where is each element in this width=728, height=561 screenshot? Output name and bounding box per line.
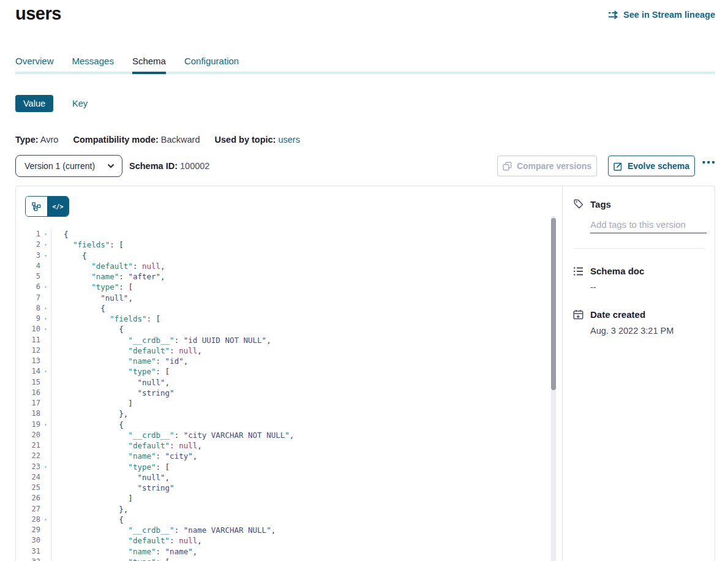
- line-number: 27: [16, 504, 40, 514]
- code-line: 12 "default": null,: [16, 345, 550, 356]
- line-number: 21: [16, 440, 40, 451]
- evolve-schema-label: Evolve schema: [628, 161, 689, 171]
- compare-versions-button[interactable]: Compare versions: [497, 156, 597, 176]
- fold-spacer: [40, 493, 51, 503]
- line-number: 9: [16, 314, 40, 324]
- line-number: 11: [16, 335, 40, 345]
- code-text: "__crdb__": "city VARCHAR NOT NULL",: [51, 430, 294, 440]
- editor-scrollbar-thumb[interactable]: [551, 218, 556, 390]
- code-line: 24 "null",: [16, 472, 550, 483]
- fold-arrow-icon[interactable]: ▾: [40, 324, 51, 334]
- code-text: "__crdb__": "name VARCHAR NULL",: [51, 525, 276, 535]
- tab-overview[interactable]: Overview: [15, 55, 54, 74]
- code-line: 27 },: [16, 504, 550, 514]
- fold-spacer: [40, 271, 51, 282]
- tab-messages[interactable]: Messages: [72, 55, 114, 74]
- code-text: "fields": [: [51, 239, 124, 250]
- line-number: 31: [16, 546, 40, 557]
- fold-arrow-icon[interactable]: ▾: [40, 366, 51, 377]
- tags-input[interactable]: [590, 219, 707, 233]
- code-text: "type": [: [51, 462, 170, 472]
- schema-editor[interactable]: </> 1▾{2▾ "fields": [3▾ {4 "default": nu…: [16, 186, 562, 561]
- code-text: {: [51, 250, 87, 261]
- line-number: 2: [16, 239, 40, 250]
- meta-compatibility: Compatibility mode: Backward: [73, 135, 200, 145]
- code-line: 25 "string": [16, 483, 550, 493]
- fold-spacer: [40, 525, 51, 535]
- fold-arrow-icon[interactable]: ▾: [40, 314, 51, 324]
- fold-spacer: [40, 504, 51, 514]
- code-line: 30 "default": null,: [16, 535, 550, 546]
- line-number: 18: [16, 409, 40, 419]
- fold-arrow-icon[interactable]: ▾: [40, 303, 51, 314]
- code-view-icon: </>: [52, 203, 63, 210]
- key-toggle-button[interactable]: Key: [69, 98, 91, 109]
- fold-arrow-icon[interactable]: ▾: [40, 282, 51, 292]
- line-number: 25: [16, 483, 40, 493]
- fold-spacer: [40, 261, 51, 271]
- tab-configuration[interactable]: Configuration: [184, 55, 239, 74]
- code-text: "name": "city",: [51, 451, 197, 461]
- fold-arrow-icon[interactable]: ▾: [40, 420, 51, 430]
- code-text: ]: [51, 398, 133, 409]
- meta-type: Type: Avro: [15, 135, 58, 145]
- schema-card: </> 1▾{2▾ "fields": [3▾ {4 "default": nu…: [15, 186, 715, 561]
- edit-icon: [614, 162, 623, 171]
- line-number: 5: [16, 271, 40, 282]
- fold-arrow-icon[interactable]: ▾: [40, 250, 51, 261]
- topic-link[interactable]: users: [278, 135, 299, 145]
- version-select-value: Version 1 (current): [24, 161, 107, 171]
- editor-scrollbar-track[interactable]: [551, 216, 556, 561]
- more-actions-button[interactable]: •••: [699, 156, 720, 168]
- line-number: 20: [16, 430, 40, 440]
- code-view-button[interactable]: </>: [47, 197, 69, 216]
- fold-spacer: [40, 356, 51, 366]
- fold-arrow-icon[interactable]: ▾: [40, 229, 51, 239]
- evolve-schema-button[interactable]: Evolve schema: [608, 156, 695, 176]
- code-text: },: [51, 504, 128, 514]
- tags-section-header: Tags: [573, 198, 705, 209]
- line-number: 19: [16, 420, 40, 430]
- code-line: 28▾ {: [16, 514, 550, 525]
- version-select[interactable]: Version 1 (current): [15, 155, 122, 177]
- code-text: "type": [: [51, 557, 170, 561]
- code-text: },: [51, 409, 128, 419]
- code-lines: 1▾{2▾ "fields": [3▾ {4 "default": null,5…: [16, 229, 550, 561]
- tree-view-button[interactable]: [26, 197, 47, 216]
- stream-lineage-link[interactable]: See in Stream lineage: [608, 10, 715, 20]
- code-text: "name": "after",: [51, 271, 165, 282]
- page-title: users: [15, 4, 61, 24]
- fold-arrow-icon[interactable]: ▾: [40, 239, 51, 250]
- tab-schema[interactable]: Schema: [132, 55, 166, 74]
- code-text: "null",: [51, 472, 170, 483]
- date-created-heading: Date created: [590, 309, 645, 320]
- code-text: "default": null,: [51, 440, 202, 451]
- fold-arrow-icon[interactable]: ▾: [40, 557, 51, 561]
- code-text: "type": [: [51, 282, 133, 292]
- fold-arrow-icon[interactable]: ▾: [40, 462, 51, 472]
- line-number: 26: [16, 493, 40, 503]
- code-line: 4 "default": null,: [16, 261, 550, 271]
- fold-spacer: [40, 398, 51, 409]
- fold-spacer: [40, 335, 51, 345]
- fold-spacer: [40, 345, 51, 356]
- meta-type-label: Type:: [15, 135, 39, 145]
- code-text: "__crdb__": "id UUID NOT NULL",: [51, 335, 271, 345]
- line-number: 12: [16, 345, 40, 356]
- date-created-value: Aug. 3 2022 3:21 PM: [590, 326, 705, 336]
- fold-spacer: [40, 535, 51, 546]
- schema-page: users See in Stream lineage OverviewMess…: [0, 0, 728, 561]
- code-line: 1▾{: [16, 229, 550, 239]
- meta-compat-label: Compatibility mode:: [73, 135, 158, 145]
- stream-lineage-icon: [608, 10, 619, 19]
- code-line: 26 ]: [16, 493, 550, 503]
- line-number: 8: [16, 303, 40, 314]
- fold-spacer: [40, 388, 51, 398]
- schema-sidebar: Tags Schema doc --: [562, 186, 715, 561]
- sidebar-divider: [573, 248, 705, 249]
- fold-spacer: [40, 440, 51, 451]
- fold-arrow-icon[interactable]: ▾: [40, 514, 51, 525]
- value-toggle-button[interactable]: Value: [15, 95, 53, 112]
- schema-doc-section: Schema doc --: [573, 266, 705, 292]
- code-text: "fields": [: [51, 314, 160, 324]
